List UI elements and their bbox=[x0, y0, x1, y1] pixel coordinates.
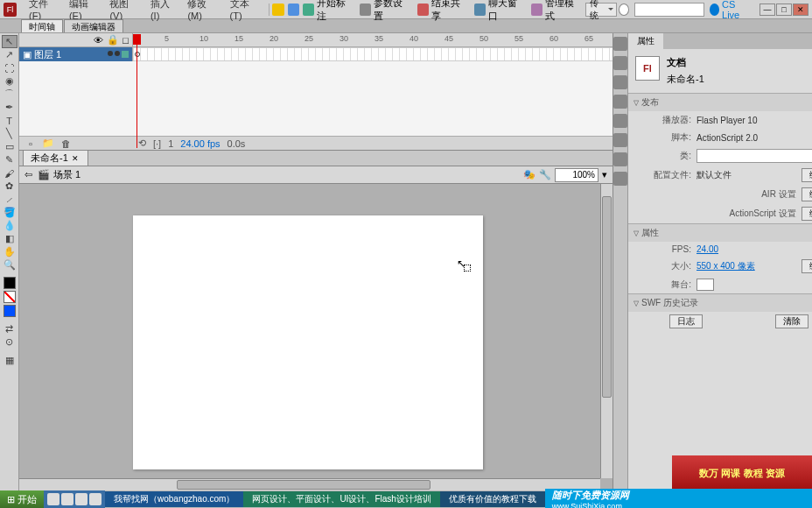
swatches-panel-icon[interactable] bbox=[613, 75, 627, 89]
no-color-icon[interactable] bbox=[4, 291, 16, 303]
eraser-tool[interactable]: ◧ bbox=[2, 232, 18, 245]
document-tab[interactable]: 未命名-1 ✕ bbox=[23, 150, 88, 166]
air-edit-button[interactable]: 编辑... bbox=[802, 187, 812, 201]
scrollbar-thumb[interactable] bbox=[602, 196, 612, 398]
tray-icon[interactable] bbox=[61, 493, 74, 505]
free-transform-tool[interactable]: ⛶ bbox=[2, 61, 18, 74]
taskbar-item[interactable]: 优质有价值的教程下载 bbox=[440, 491, 545, 507]
snap-icon[interactable]: ⊙ bbox=[2, 335, 18, 349]
scrollbar-thumb[interactable] bbox=[177, 480, 430, 490]
transform-panel-icon[interactable] bbox=[613, 133, 627, 147]
menu-file[interactable]: 文件(F) bbox=[24, 0, 64, 21]
color-icon[interactable] bbox=[272, 4, 284, 16]
search-input[interactable] bbox=[634, 3, 704, 17]
color-panel-icon[interactable] bbox=[613, 56, 627, 70]
size-value[interactable]: 550 x 400 像素 bbox=[696, 260, 755, 272]
taskbar-item[interactable]: 我帮找网（wobangzhao.com） bbox=[105, 491, 243, 507]
fps-value[interactable]: 24.00 bbox=[696, 244, 718, 254]
tray-icon[interactable] bbox=[89, 493, 102, 505]
annotate-button[interactable]: 开始标注 bbox=[299, 0, 356, 23]
edit-profile-button[interactable]: 编辑... bbox=[802, 168, 812, 182]
text-tool[interactable]: T bbox=[2, 114, 18, 127]
ad-banner-right[interactable]: 数万 网课 教程 资源 bbox=[672, 455, 812, 490]
lock-icon[interactable]: 🔒 bbox=[107, 34, 119, 46]
pencil-tool[interactable]: ✎ bbox=[2, 153, 18, 166]
pen-tool[interactable]: ✒ bbox=[2, 101, 18, 114]
class-input[interactable] bbox=[696, 149, 812, 163]
canvas-area[interactable]: ↖ bbox=[19, 184, 612, 490]
as-edit-button[interactable]: 编辑... bbox=[802, 207, 812, 221]
zoom-dropdown-icon[interactable]: ▾ bbox=[602, 169, 607, 180]
horizontal-scrollbar[interactable] bbox=[19, 478, 600, 490]
close-button[interactable]: ✕ bbox=[793, 4, 808, 16]
edit-symbol-icon[interactable]: 🔧 bbox=[539, 169, 551, 180]
stroke-color-swatch[interactable] bbox=[4, 277, 16, 289]
delete-layer-icon[interactable]: 🗑 bbox=[58, 137, 74, 150]
bone-tool[interactable]: ⟋ bbox=[2, 193, 18, 206]
search-icon[interactable] bbox=[619, 4, 629, 16]
publish-section-header[interactable]: 发布 bbox=[628, 94, 812, 111]
align-panel-icon[interactable] bbox=[613, 95, 627, 109]
line-tool[interactable]: ╲ bbox=[2, 127, 18, 140]
back-icon[interactable]: ⇦ bbox=[24, 169, 32, 180]
log-button[interactable]: 日志 bbox=[669, 314, 703, 328]
properties-section-header[interactable]: 属性 bbox=[628, 224, 812, 242]
hand-icon[interactable] bbox=[288, 4, 299, 16]
tray-icon[interactable] bbox=[75, 493, 88, 505]
lasso-tool[interactable]: ⌒ bbox=[2, 88, 18, 101]
menu-edit[interactable]: 编辑(E) bbox=[64, 0, 104, 21]
option-icon[interactable]: ▦ bbox=[2, 354, 18, 367]
menu-modify[interactable]: 修改(M) bbox=[182, 0, 224, 21]
rectangle-tool[interactable]: ▭ bbox=[2, 140, 18, 153]
tray-icon[interactable] bbox=[47, 493, 60, 505]
3d-rotation-tool[interactable]: ◉ bbox=[2, 74, 18, 88]
new-folder-icon[interactable]: 📁 bbox=[40, 137, 56, 150]
subselection-tool[interactable]: ↗ bbox=[2, 48, 18, 61]
start-button[interactable]: ⊞开始 bbox=[0, 490, 44, 508]
menu-insert[interactable]: 插入(I) bbox=[145, 0, 182, 21]
motion-panel-icon[interactable] bbox=[613, 172, 627, 186]
edit-scene-icon[interactable]: 🎭 bbox=[523, 169, 536, 180]
swap-colors-icon[interactable]: ⇄ bbox=[2, 322, 18, 335]
scene-name[interactable]: 场景 1 bbox=[53, 168, 80, 181]
edit-size-button[interactable]: 编辑... bbox=[802, 259, 812, 273]
menu-view[interactable]: 视图(V) bbox=[104, 0, 144, 21]
outline-square[interactable] bbox=[122, 51, 129, 58]
tab-motion-editor[interactable]: 动画编辑器 bbox=[64, 19, 123, 32]
properties-tab[interactable]: 属性 bbox=[628, 33, 663, 49]
new-layer-icon[interactable]: ▫ bbox=[23, 137, 38, 150]
outline-icon[interactable]: □ bbox=[122, 35, 129, 46]
manage-button[interactable]: 管理模式 bbox=[528, 0, 584, 23]
zoom-input[interactable] bbox=[555, 168, 598, 182]
cslive-button[interactable]: CS Live bbox=[706, 0, 752, 20]
eyedropper-tool[interactable]: 💧 bbox=[2, 219, 18, 232]
vertical-scrollbar[interactable] bbox=[600, 184, 612, 478]
fill-color-swatch[interactable] bbox=[4, 305, 16, 317]
selection-tool[interactable]: ↖ bbox=[2, 35, 18, 48]
frame-strip[interactable] bbox=[133, 47, 612, 61]
lock-dot[interactable] bbox=[115, 51, 120, 56]
paint-bucket-tool[interactable]: 🪣 bbox=[2, 206, 18, 219]
minimize-button[interactable]: — bbox=[760, 4, 775, 16]
components-panel-icon[interactable] bbox=[613, 152, 627, 166]
playhead[interactable] bbox=[136, 34, 137, 148]
params-button[interactable]: 参数设置 bbox=[356, 0, 413, 23]
stage-color-swatch[interactable] bbox=[696, 279, 714, 291]
onion-range-icon[interactable]: [·] bbox=[153, 138, 161, 149]
clear-button[interactable]: 清除 bbox=[775, 314, 808, 328]
swf-history-section-header[interactable]: SWF 历史记录 bbox=[628, 294, 812, 312]
workspace-dropdown[interactable]: 传统 bbox=[585, 3, 617, 17]
visibility-dot[interactable] bbox=[108, 51, 113, 56]
stage[interactable] bbox=[133, 215, 483, 469]
maximize-button[interactable]: □ bbox=[776, 4, 792, 16]
keyframe-icon[interactable] bbox=[135, 52, 140, 57]
eye-icon[interactable]: 👁 bbox=[94, 35, 103, 46]
onion-skin-icon[interactable]: ⟲ bbox=[138, 138, 146, 149]
tab-close-icon[interactable]: ✕ bbox=[72, 154, 80, 163]
chat-button[interactable]: 聊天窗口 bbox=[471, 0, 528, 23]
deco-tool[interactable]: ✿ bbox=[2, 180, 18, 193]
ad-banner-bottom[interactable]: 随时下免费资源网 www.SuiShiXia.com bbox=[545, 489, 812, 509]
hand-tool[interactable]: ✋ bbox=[2, 245, 18, 258]
info-panel-icon[interactable] bbox=[613, 114, 627, 128]
frame-ruler[interactable]: 1 5 10 15 20 25 30 35 40 45 50 55 60 65 bbox=[133, 33, 612, 46]
